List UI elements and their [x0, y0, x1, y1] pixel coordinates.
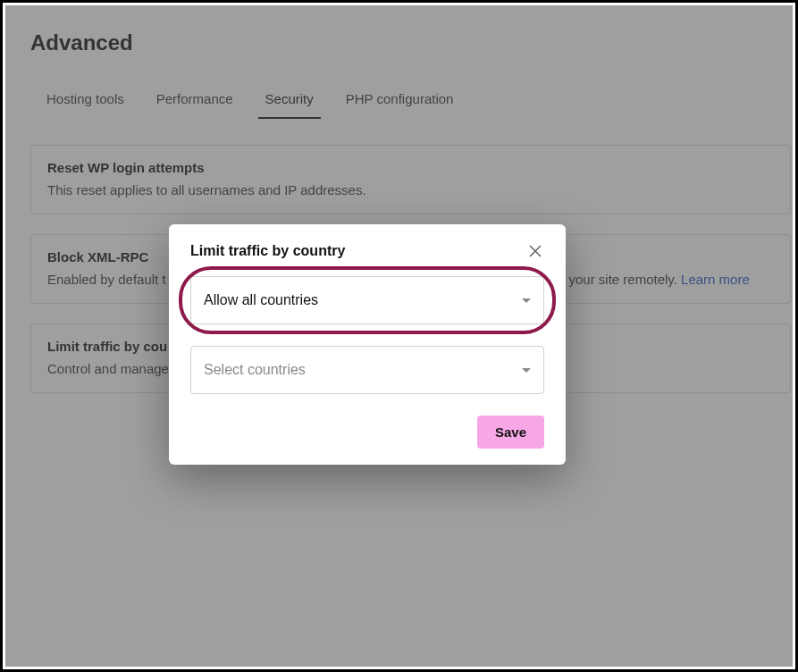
close-icon [528, 244, 542, 258]
save-button-label: Save [495, 424, 526, 440]
limit-traffic-modal: Limit traffic by country Allow all count… [169, 224, 566, 465]
modal-title: Limit traffic by country [190, 243, 345, 259]
chevron-down-icon [522, 298, 531, 303]
save-button[interactable]: Save [477, 416, 544, 449]
select-placeholder: Select countries [204, 362, 306, 378]
chevron-down-icon [522, 368, 531, 373]
close-button[interactable] [526, 242, 544, 260]
modal-footer: Save [190, 416, 544, 449]
countries-select[interactable]: Select countries [190, 346, 544, 394]
traffic-mode-select[interactable]: Allow all countries [190, 276, 544, 324]
modal-header: Limit traffic by country [190, 242, 544, 260]
select-value: Allow all countries [204, 292, 318, 308]
